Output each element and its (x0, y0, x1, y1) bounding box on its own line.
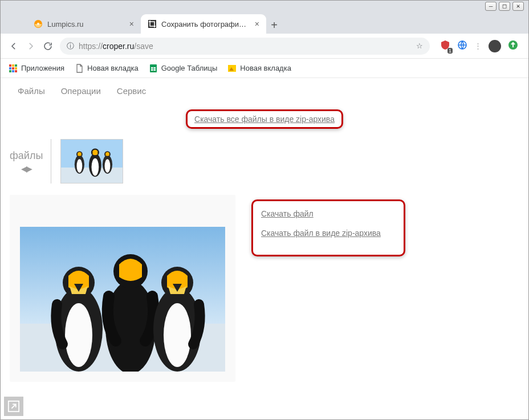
svg-point-27 (105, 159, 111, 173)
download-all-highlight: Скачать все файлы в виде zip-архива (186, 109, 343, 129)
bookmark-apps[interactable]: Приложения (9, 64, 64, 73)
download-file-link[interactable]: Скачать файл (261, 209, 381, 218)
tab-title: Lumpics.ru (47, 20, 125, 28)
tab-close-icon[interactable]: × (255, 19, 259, 28)
svg-point-1 (37, 23, 39, 25)
bookmarks-bar: Приложения Новая вкладка Google Таблицы … (1, 59, 528, 78)
svg-rect-6 (12, 64, 14, 67)
files-strip: файлы ◀▶ (1, 139, 528, 184)
file-download-links: Скачать файл Скачать файл в виде zip-арх… (251, 199, 405, 256)
nav-files[interactable]: Файлы (18, 86, 45, 96)
file-thumbnail[interactable] (60, 139, 123, 184)
document-icon (75, 64, 84, 73)
address-bar[interactable]: ⓘ https://croper.ru/save ☆ (60, 38, 430, 55)
nav-service[interactable]: Сервис (117, 86, 146, 96)
nav-operations[interactable]: Операции (61, 86, 101, 96)
upload-extension-icon[interactable] (508, 40, 518, 52)
svg-rect-9 (12, 67, 14, 70)
forward-button[interactable] (26, 41, 36, 51)
new-tab-button[interactable]: + (266, 17, 282, 34)
lumpics-favicon-icon (34, 19, 43, 28)
svg-point-38 (164, 303, 191, 367)
globe-extension-icon[interactable] (457, 40, 467, 52)
tab-title: Сохранить фотографии - Онлай (161, 20, 250, 28)
window-close-button[interactable]: ✕ (512, 2, 524, 11)
reload-button[interactable] (43, 41, 53, 51)
profile-avatar[interactable] (489, 40, 501, 52)
croper-favicon-icon (148, 19, 157, 28)
svg-point-24 (92, 158, 99, 176)
preview-image[interactable] (20, 227, 225, 372)
files-label: файлы (10, 150, 43, 162)
bookmark-label: Google Таблицы (161, 64, 218, 72)
svg-rect-13 (15, 70, 17, 72)
svg-rect-12 (12, 70, 14, 72)
penguins-thumbnail-icon (61, 140, 123, 184)
penguins-preview-icon (20, 227, 225, 372)
apps-grid-icon (9, 64, 18, 73)
svg-rect-7 (15, 64, 17, 67)
svg-rect-8 (9, 67, 11, 70)
window-controls: — □ ✕ (485, 2, 524, 11)
corner-arrow-badge[interactable] (4, 397, 23, 416)
bookmark-sheets[interactable]: Google Таблицы (149, 64, 218, 73)
download-all-section: Скачать все файлы в виде zip-архива (1, 109, 528, 129)
site-navigation: Файлы Операции Сервис (1, 78, 528, 104)
svg-rect-2 (148, 20, 156, 28)
adblock-extension-icon[interactable]: 1 (440, 40, 450, 52)
tab-close-icon[interactable]: × (129, 19, 134, 28)
main-content: Скачать файл Скачать файл в виде zip-арх… (1, 184, 528, 382)
bookmark-newtab2[interactable]: Новая вкладка (227, 64, 291, 73)
bookmark-label: Приложения (21, 64, 64, 72)
url-text: https://croper.ru/save (79, 42, 153, 51)
file-links-highlight: Скачать файл Скачать файл в виде zip-арх… (251, 199, 405, 256)
svg-point-32 (65, 303, 92, 367)
tab-lumpics[interactable]: Lumpics.ru × (27, 14, 141, 34)
svg-rect-10 (15, 67, 17, 70)
svg-rect-11 (9, 70, 11, 72)
sheets-icon (149, 64, 158, 73)
files-nav-arrows[interactable]: ◀▶ (10, 164, 43, 173)
arrow-up-right-box-icon (7, 400, 20, 413)
tab-croper[interactable]: Сохранить фотографии - Онлай × (141, 14, 266, 34)
bookmark-label: Новая вкладка (240, 64, 291, 72)
extensions-area: 1 ⋮ (437, 40, 522, 52)
site-info-icon[interactable]: ⓘ (67, 41, 74, 51)
browser-toolbar: ⓘ https://croper.ru/save ☆ 1 ⋮ (1, 34, 528, 59)
image-icon (227, 64, 237, 73)
window-maximize-button[interactable]: □ (499, 2, 510, 11)
download-all-link[interactable]: Скачать все файлы в виде zip-архива (194, 115, 335, 124)
bookmark-newtab1[interactable]: Новая вкладка (75, 64, 139, 73)
bookmark-star-icon[interactable]: ☆ (416, 42, 423, 50)
window-minimize-button[interactable]: — (485, 2, 497, 11)
svg-rect-5 (9, 64, 11, 67)
tab-strip: Lumpics.ru × Сохранить фотографии - Онла… (1, 1, 528, 34)
bookmark-label: Новая вкладка (87, 64, 139, 72)
svg-point-21 (77, 159, 83, 173)
extension-badge: 1 (447, 48, 453, 54)
preview-card (10, 195, 235, 382)
download-file-zip-link[interactable]: Скачать файл в виде zip-архива (261, 229, 381, 238)
back-button[interactable] (9, 41, 19, 51)
